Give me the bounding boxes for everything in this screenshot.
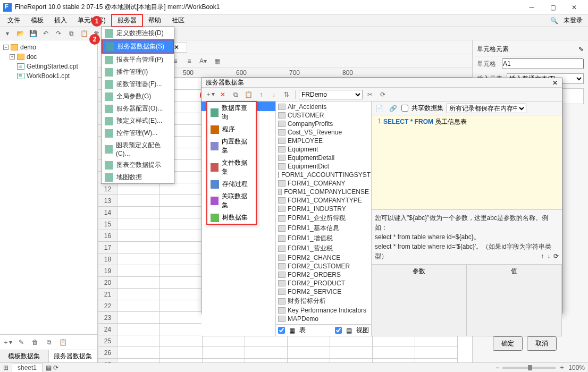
table-item[interactable]: FORM2_SERVICE	[277, 288, 370, 296]
server-menu-item[interactable]: 服务器数据集(S)	[102, 39, 174, 54]
minimize-button[interactable]: ─	[521, 1, 542, 14]
menu-server[interactable]: 服务器	[111, 14, 143, 27]
cell-value-input[interactable]	[502, 58, 584, 69]
tree-item[interactable]: GettingStarted.cpt	[2, 62, 95, 71]
copy-ds-icon[interactable]: ⧉	[230, 89, 241, 100]
server-menu-item[interactable]: 控件管理(W)...	[102, 127, 174, 139]
copy-icon[interactable]: ⧉	[66, 28, 77, 39]
table-item[interactable]: FORM1_营业税	[277, 243, 370, 253]
search-icon[interactable]: 🔍	[550, 17, 558, 24]
add-ds-icon[interactable]: ＋▾	[205, 89, 215, 100]
tree-item[interactable]: +doc	[2, 52, 95, 62]
sort-icon[interactable]: ⇅	[281, 89, 292, 100]
ds-paste-icon[interactable]: 📋	[57, 337, 68, 348]
server-menu-item[interactable]: 全局参数(G)	[102, 90, 174, 103]
table-item[interactable]: FORM1_COMPANYTYPE	[277, 196, 370, 205]
sql-editor[interactable]: 1SELECT * FROM 员工信息表	[372, 115, 562, 210]
table-item[interactable]: FORM2_PRODUCT	[277, 279, 370, 288]
ds-del-icon[interactable]: 🗑	[30, 337, 40, 348]
menu-file[interactable]: 文件	[2, 15, 26, 26]
save-icon[interactable]: 💾	[28, 28, 38, 39]
login-status[interactable]: 未登录	[564, 16, 583, 25]
dialog-close-icon[interactable]: ✕	[552, 79, 558, 87]
server-menu-item[interactable]: 图表空数据提示	[102, 159, 174, 171]
table-item[interactable]: EquipmentDetail	[277, 154, 370, 162]
table-checkbox[interactable]	[278, 327, 285, 334]
close-tab-icon[interactable]: ✕	[174, 44, 179, 51]
border-icon[interactable]: ▦	[212, 56, 222, 66]
ds-add-icon[interactable]: ＋▾	[2, 337, 13, 348]
ds-type-item[interactable]: 程序	[207, 123, 256, 136]
menu-help[interactable]: 帮助	[143, 15, 166, 26]
ds-type-item[interactable]: 内置数据集	[207, 136, 256, 157]
zoom-out-icon[interactable]: −	[495, 364, 499, 371]
table-list[interactable]: Air_AccidentsCUSTOMERCompanyProfitsCost_…	[276, 102, 371, 324]
refresh-icon[interactable]: ⟳	[377, 89, 388, 100]
table-item[interactable]: Cost_VS_Revenue	[277, 128, 370, 137]
cache-select[interactable]: 所有记录都保存在内存中	[447, 104, 526, 113]
table-item[interactable]: FORM1_基本信息	[277, 223, 370, 233]
table-item[interactable]: FORM1_ACCOUNTTINGSYSTEM	[277, 171, 370, 179]
ds-type-item[interactable]: 文件数据集	[207, 157, 256, 178]
table-item[interactable]: Air_Accidents	[277, 103, 370, 111]
ok-button[interactable]: 确定	[493, 336, 523, 351]
table-item[interactable]: FORM1_COMPANY	[277, 179, 370, 188]
close-button[interactable]: ✕	[564, 1, 585, 14]
maximize-button[interactable]: ▢	[542, 1, 564, 14]
hint-down-icon[interactable]: ↓	[547, 251, 550, 261]
table-item[interactable]: FORM1_COMPANYLICENSE	[277, 188, 370, 196]
server-menu-item[interactable]: 预定义样式(E)...	[102, 115, 174, 127]
server-menu-item[interactable]: 插件管理(I)	[102, 66, 174, 78]
view-checkbox[interactable]	[335, 327, 342, 334]
redo-icon[interactable]: ↷	[53, 28, 64, 39]
scissors-icon[interactable]: ✂	[365, 89, 375, 100]
zoom-slider[interactable]	[502, 367, 556, 369]
sheet-tab[interactable]: sheet1	[12, 363, 43, 373]
connection-select[interactable]: FRDemo	[299, 90, 363, 99]
rp-edit-icon[interactable]: ✎	[578, 46, 584, 53]
server-menu-item[interactable]: 报表平台管理(P)	[102, 54, 174, 66]
share-checkbox[interactable]	[401, 105, 408, 112]
server-menu-item[interactable]: 图表预定义配色(C)...	[102, 139, 174, 159]
table-item[interactable]: CUSTOMER	[277, 111, 370, 120]
sheet-nav-icon[interactable]: ⊞	[3, 364, 9, 371]
table-item[interactable]: FORM1_增值税	[277, 233, 370, 243]
tree-root[interactable]: −demo	[2, 43, 95, 52]
undo-icon[interactable]: ↶	[40, 28, 51, 39]
delete-ds-icon[interactable]: ✕	[217, 89, 228, 100]
server-menu-item[interactable]: 地图数据	[102, 171, 174, 183]
ds-type-item[interactable]: 关联数据集	[207, 190, 256, 212]
server-menu-item[interactable]: 定义数据连接(D)	[102, 27, 174, 39]
table-item[interactable]: FORM2_CUSTOMER	[277, 262, 370, 270]
tab-template-ds[interactable]: 模板数据集	[0, 350, 49, 362]
table-item[interactable]: MAPDemo	[277, 315, 370, 323]
ds-type-item[interactable]: 数据库查询	[207, 102, 256, 123]
server-menu-item[interactable]: 函数管理器(F)...	[102, 78, 174, 90]
table-item[interactable]: Key Performance Indicators	[277, 306, 370, 315]
table-item[interactable]: CompanyProfits	[277, 120, 370, 128]
hint-up-icon[interactable]: ↑	[541, 251, 544, 261]
menu-insert[interactable]: 插入	[49, 15, 72, 26]
hint-refresh-icon[interactable]: ⟳	[553, 251, 559, 261]
ds-copy-icon[interactable]: ⧉	[44, 337, 54, 348]
align-right-icon[interactable]: ≡	[184, 56, 195, 66]
down-icon[interactable]: ↓	[268, 89, 279, 100]
up-icon[interactable]: ↑	[256, 89, 266, 100]
table-item[interactable]: EMPLOYEE	[277, 137, 370, 145]
menu-template[interactable]: 模板	[26, 15, 49, 26]
cancel-button[interactable]: 取消	[527, 336, 557, 351]
zoom-in-icon[interactable]: ＋	[559, 363, 565, 372]
sheet-tools-icon[interactable]: ▦ ⟳	[46, 364, 58, 371]
ds-type-item[interactable]: 树数据集	[207, 212, 256, 224]
paste-icon[interactable]: 📋	[79, 28, 89, 39]
ref-icon[interactable]: 📄	[374, 103, 384, 114]
open-icon[interactable]: 📂	[15, 28, 26, 39]
table-item[interactable]: 财务指标分析	[277, 296, 370, 306]
new-icon[interactable]: ▾	[2, 28, 13, 39]
color-icon[interactable]: A▾	[198, 56, 208, 66]
tab-server-ds[interactable]: 服务器数据集	[49, 350, 98, 362]
server-menu-item[interactable]: 服务器配置(O)...	[102, 103, 174, 115]
ds-edit-icon[interactable]: ✎	[16, 337, 27, 348]
link-icon[interactable]: 🔗	[388, 103, 398, 114]
table-item[interactable]: FORM2_ORDERS	[277, 270, 370, 279]
